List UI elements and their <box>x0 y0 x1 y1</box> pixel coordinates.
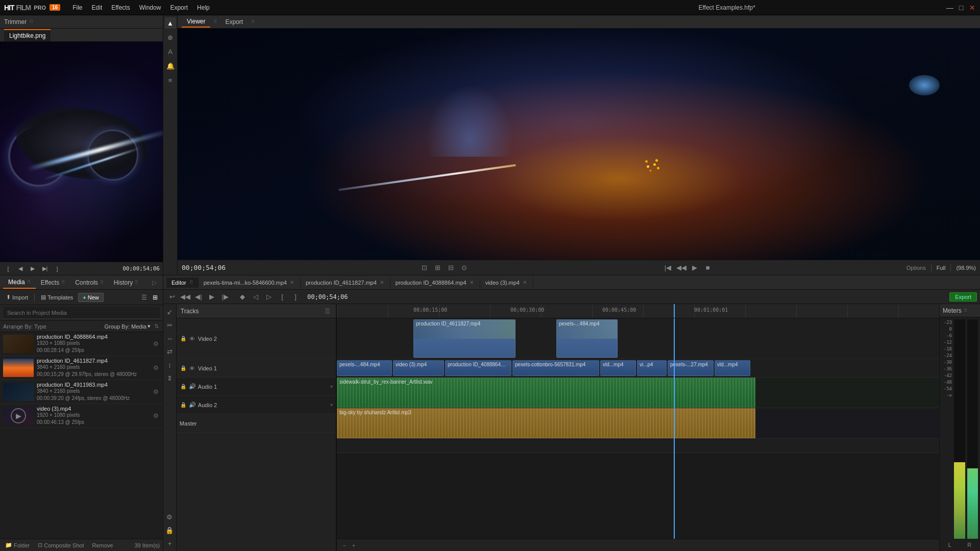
trimmer-out-point[interactable]: ] <box>52 264 62 273</box>
editor-tab-pexels[interactable]: pexels-tima-mi...ko-5846600.mp4 ✕ <box>199 278 301 288</box>
tool-select[interactable]: ↙ <box>164 306 175 317</box>
trimmer-step-back[interactable]: ◀ <box>15 264 26 273</box>
viewer-tab[interactable]: Viewer <box>182 16 210 28</box>
playhead-marker[interactable] <box>674 304 675 318</box>
minimize-button[interactable]: — <box>946 4 953 11</box>
composite-shot-button[interactable]: ⊡ Composite Shot <box>36 541 86 549</box>
folder-button[interactable]: 📁 Folder <box>3 541 32 549</box>
remove-button[interactable]: Remove <box>90 541 115 549</box>
close-tab-prod4088[interactable]: ✕ <box>469 280 475 285</box>
editor-tab-prod4611[interactable]: production ID_4611827.mp4 ✕ <box>301 278 390 288</box>
import-button[interactable]: ⬆ Import <box>3 293 31 302</box>
export-tab[interactable]: Export <box>220 17 248 27</box>
menu-window[interactable]: Window <box>135 2 165 13</box>
clip-prod4611[interactable]: production ID_4611827.mp4 <box>413 319 516 358</box>
viewer-quality-btn[interactable]: Full <box>937 265 946 271</box>
clip-v1-6[interactable]: vi...p4 <box>637 360 667 376</box>
editor-in-point[interactable]: [ <box>277 291 288 303</box>
editor-step-frame-back[interactable]: ◀| <box>193 291 204 303</box>
tool-rate-stretch[interactable]: ⇕ <box>164 372 175 384</box>
editor-prev-marker[interactable]: ◁ <box>250 291 261 303</box>
trimmer-step-fwd[interactable]: ▶| <box>40 264 50 273</box>
viewer-settings[interactable]: ⊙ <box>459 263 469 273</box>
grid-view-button[interactable]: ⊞ <box>151 293 160 302</box>
editor-play[interactable]: ▶ <box>206 291 217 303</box>
tab-effects[interactable]: Effects ⠿ <box>36 277 70 288</box>
editor-add-marker[interactable]: ◆ <box>237 291 248 303</box>
viewer-safe-zones[interactable]: ⊞ <box>432 263 443 273</box>
select-tool[interactable]: ▲ <box>165 17 176 29</box>
media-item[interactable]: ▶ video (3).mp4 980 × 551 pixels 00:00… <box>0 404 163 428</box>
media-panel-expand[interactable]: ▷ <box>149 279 160 286</box>
timeline-zoom-out[interactable]: − <box>340 541 349 550</box>
editor-tab-prod4088[interactable]: production ID_4088864.mp4 ✕ <box>390 278 480 288</box>
menu-edit[interactable]: Edit <box>88 2 107 13</box>
tab-history[interactable]: History ⠿ <box>109 277 143 288</box>
track-lock-audio1[interactable]: 🔒 <box>180 383 187 390</box>
clip-pexels484-v2[interactable]: pexels-...484.mp4 <box>556 319 618 358</box>
clip-audio2[interactable]: big-sky by shuhandz Artlist.mp3 <box>337 408 755 438</box>
clip-v1-4[interactable]: pexels-cottonbro-5657831.mp4 <box>512 360 599 376</box>
list-view-button[interactable]: ☰ <box>139 293 149 302</box>
trimmer-in-point[interactable]: [ <box>3 264 13 273</box>
audio1-expand[interactable]: ▾ <box>330 384 333 389</box>
tool-settings[interactable]: ⚙ <box>164 511 175 522</box>
menu-file[interactable]: File <box>68 2 86 13</box>
zoom-tool[interactable]: ⊕ <box>165 32 176 43</box>
track-visibility-video2[interactable]: 👁 <box>189 335 196 342</box>
menu-effects[interactable]: Effects <box>107 2 134 13</box>
close-tab-video3[interactable]: ✕ <box>522 280 528 285</box>
tab-media[interactable]: Media ⠿ <box>3 277 36 289</box>
editor-go-start[interactable]: ↩ <box>166 291 178 303</box>
tool-razor[interactable]: ✂ <box>164 319 175 331</box>
media-item[interactable]: production ID_4611827.mp4 3840 × 2160 pi… <box>0 356 163 380</box>
viewer-go-start[interactable]: |◀ <box>663 263 673 273</box>
tab-controls[interactable]: Controls ⠿ <box>70 277 109 288</box>
viewer-play[interactable]: ▶ <box>690 263 700 273</box>
close-button[interactable]: ✕ <box>969 4 976 11</box>
editor-tab-editor[interactable]: Editor ⠿ <box>166 278 199 288</box>
tool-roll[interactable]: ↕ <box>164 359 175 370</box>
trimmer-active-tab[interactable]: Lightbike.png <box>4 29 51 41</box>
media-item[interactable]: production ID_4911983.mp4 3840 × 2160 pi… <box>0 380 163 404</box>
track-visibility-video1[interactable]: 👁 <box>189 365 196 372</box>
clip-v1-5[interactable]: vld...mp4 <box>600 360 636 376</box>
tools-menu[interactable]: ≡ <box>165 74 176 86</box>
audio2-expand[interactable]: ▾ <box>330 402 333 408</box>
viewer-step-back[interactable]: ◀◀ <box>676 263 687 273</box>
text-tool[interactable]: A <box>165 46 176 57</box>
media-settings-4[interactable]: ⚙ <box>152 411 160 420</box>
editor-next-marker[interactable]: ▷ <box>263 291 275 303</box>
maximize-button[interactable]: □ <box>958 4 965 11</box>
editor-step-back[interactable]: ◀◀ <box>180 291 191 303</box>
viewer-options-btn[interactable]: Options <box>906 265 926 271</box>
trimmer-play-btn[interactable]: ▶ <box>28 264 38 273</box>
viewer-stop[interactable]: ■ <box>703 263 713 273</box>
templates-button[interactable]: ▤ Templates <box>38 293 76 302</box>
clip-v1-1[interactable]: pexels-...484.mp4 <box>337 360 392 376</box>
timeline-zoom-in[interactable]: + <box>349 541 358 550</box>
media-settings-2[interactable]: ⚙ <box>152 363 160 372</box>
menu-export[interactable]: Export <box>166 2 192 13</box>
editor-tab-video3[interactable]: video (3).mp4 ✕ <box>480 278 533 288</box>
editor-out-point[interactable]: ] <box>290 291 301 303</box>
track-lock-video1[interactable]: 🔒 <box>180 365 187 372</box>
group-by-selector[interactable]: Group By: Media ▾ <box>104 323 151 330</box>
media-item[interactable]: production ID_4088864.mp4 980 × 551 pi… <box>0 332 163 356</box>
menu-help[interactable]: Help <box>193 2 214 13</box>
mask-tool[interactable]: 🔔 <box>165 60 176 71</box>
clip-v1-8[interactable]: vld...mp4 <box>715 360 750 376</box>
close-tab-pexels[interactable]: ✕ <box>289 280 295 285</box>
viewer-fullscreen[interactable]: ⊡ <box>419 263 429 273</box>
tracks-menu[interactable]: ☰ <box>323 307 332 316</box>
track-lock-video2[interactable]: 🔒 <box>180 335 187 342</box>
close-tab-prod4611[interactable]: ✕ <box>379 280 385 285</box>
tool-slip[interactable]: ↔ <box>164 333 175 344</box>
search-input[interactable] <box>3 307 160 319</box>
tool-lock[interactable]: 🔒 <box>164 524 175 536</box>
media-settings-1[interactable]: ⚙ <box>152 339 160 348</box>
clip-v1-3[interactable]: production ID_4088864.mp4 <box>445 360 511 376</box>
clip-audio1[interactable]: sidewalk-strut_by_rex-banner_Artlist.wav <box>337 378 755 408</box>
track-lock-audio2[interactable]: 🔒 <box>180 402 187 409</box>
media-settings-3[interactable]: ⚙ <box>152 387 160 396</box>
